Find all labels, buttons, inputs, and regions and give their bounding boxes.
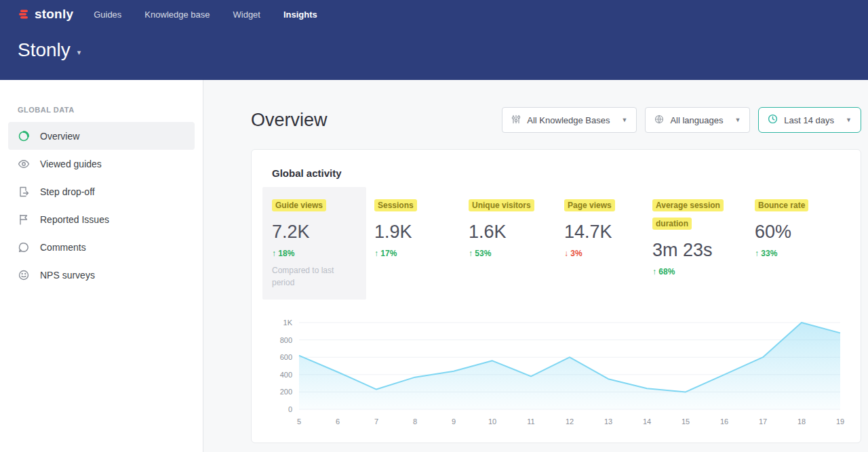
top-nav-items: Guides Knowledge base Widget Insights bbox=[94, 9, 317, 20]
step-drop-off-icon bbox=[18, 186, 30, 198]
metrics-row: Guide views 7.2K ↑ 18% Compared to last … bbox=[272, 195, 840, 300]
metric-change: ↑ 68% bbox=[652, 267, 755, 276]
metric-change: ↑ 53% bbox=[469, 249, 564, 258]
date-range-filter[interactable]: Last 14 days ▼ bbox=[758, 107, 861, 133]
chart-x-axis: 5678910111213141516171819 bbox=[299, 409, 840, 427]
metric-label: Guide views bbox=[272, 199, 326, 211]
top-navigation: stonly Guides Knowledge base Widget Insi… bbox=[0, 0, 868, 28]
y-tick-label: 400 bbox=[280, 371, 292, 379]
knowledge-base-filter-label: All Knowledge Bases bbox=[527, 115, 610, 125]
metric-change: ↑ 17% bbox=[374, 249, 469, 258]
nav-item-widget[interactable]: Widget bbox=[233, 9, 260, 20]
metric-value: 1.9K bbox=[374, 222, 469, 243]
sidebar: GLOBAL DATA Overview Viewed guides bbox=[0, 80, 203, 452]
page-title: Overview bbox=[251, 110, 328, 131]
x-tick-label: 13 bbox=[604, 417, 612, 426]
y-tick-label: 600 bbox=[280, 353, 292, 361]
metric-value: 14.7K bbox=[564, 222, 652, 243]
y-tick-label: 800 bbox=[280, 336, 292, 344]
y-tick-label: 1K bbox=[283, 319, 292, 327]
stonly-logo[interactable]: stonly bbox=[18, 7, 73, 22]
metric-label: Bounce rate bbox=[755, 199, 808, 211]
stonly-logo-icon bbox=[18, 8, 30, 20]
nav-item-knowledge-base[interactable]: Knowledge base bbox=[144, 9, 210, 20]
app-header: stonly Guides Knowledge base Widget Insi… bbox=[0, 0, 868, 80]
knowledge-base-filter[interactable]: All Knowledge Bases ▼ bbox=[502, 107, 637, 133]
metric-note: Compared to last period bbox=[272, 265, 343, 289]
clock-icon bbox=[768, 114, 778, 126]
y-tick-label: 200 bbox=[280, 388, 292, 396]
metric-label: Unique visitors bbox=[469, 199, 534, 211]
x-tick-label: 8 bbox=[413, 417, 417, 426]
x-tick-label: 6 bbox=[336, 417, 340, 426]
x-tick-label: 7 bbox=[374, 417, 378, 426]
workspace-header: Stonly ▾ bbox=[0, 28, 868, 61]
metric-value: 7.2K bbox=[272, 222, 357, 243]
date-range-filter-label: Last 14 days bbox=[784, 115, 834, 125]
metric-change: ↓ 3% bbox=[564, 249, 652, 258]
metric-sessions[interactable]: Sessions 1.9K ↑ 17% bbox=[374, 195, 469, 258]
x-tick-label: 10 bbox=[488, 417, 496, 426]
nav-item-guides[interactable]: Guides bbox=[94, 9, 121, 20]
chevron-down-icon: ▼ bbox=[846, 117, 852, 123]
sidebar-item-overview[interactable]: Overview bbox=[8, 122, 195, 150]
flag-icon bbox=[18, 213, 30, 226]
global-activity-card: Global activity Guide views 7.2K ↑ 18% C… bbox=[251, 149, 861, 443]
sidebar-item-label: NPS surveys bbox=[40, 270, 95, 281]
x-tick-label: 11 bbox=[527, 417, 534, 426]
overview-icon bbox=[18, 130, 30, 142]
card-title: Global activity bbox=[272, 167, 840, 179]
sidebar-section-label: GLOBAL DATA bbox=[18, 106, 203, 114]
x-tick-label: 5 bbox=[297, 417, 301, 426]
sidebar-item-comments[interactable]: Comments bbox=[8, 233, 195, 261]
chevron-down-icon: ▼ bbox=[734, 117, 741, 123]
metric-label: Average session duration bbox=[652, 199, 724, 230]
knowledge-base-filter-icon bbox=[511, 115, 521, 126]
metric-change: ↑ 33% bbox=[755, 249, 840, 258]
metric-avg-session-duration[interactable]: Average session duration 3m 23s ↑ 68% bbox=[652, 195, 755, 276]
metric-unique-visitors[interactable]: Unique visitors 1.6K ↑ 53% bbox=[469, 195, 564, 258]
sidebar-item-reported-issues[interactable]: Reported Issues bbox=[8, 205, 195, 233]
language-filter[interactable]: All languages ▼ bbox=[645, 107, 750, 133]
sidebar-item-viewed-guides[interactable]: Viewed guides bbox=[8, 150, 195, 178]
metric-change: ↑ 18% bbox=[272, 249, 357, 258]
main-content: Overview All Knowledge Bases ▼ bbox=[203, 80, 868, 452]
metric-value: 1.6K bbox=[469, 222, 564, 243]
metric-label: Sessions bbox=[374, 199, 417, 211]
metric-label: Page views bbox=[564, 199, 615, 211]
metric-guide-views[interactable]: Guide views 7.2K ↑ 18% Compared to last … bbox=[262, 187, 366, 300]
chevron-down-icon: ▼ bbox=[621, 117, 627, 123]
x-tick-label: 14 bbox=[643, 417, 651, 426]
sidebar-item-step-drop-off[interactable]: Step drop-off bbox=[8, 178, 195, 205]
chart-y-axis: 02004006008001K bbox=[272, 323, 299, 409]
sidebar-item-label: Step drop-off bbox=[40, 186, 95, 197]
logo-text: stonly bbox=[35, 7, 73, 22]
metric-value: 60% bbox=[755, 222, 840, 243]
x-tick-label: 12 bbox=[566, 417, 574, 426]
sidebar-item-label: Reported Issues bbox=[40, 214, 109, 225]
metric-bounce-rate[interactable]: Bounce rate 60% ↑ 33% bbox=[755, 195, 840, 258]
sidebar-item-label: Overview bbox=[40, 131, 79, 142]
nav-item-insights[interactable]: Insights bbox=[283, 9, 317, 20]
activity-chart: 02004006008001K 567891011121314151617181… bbox=[272, 323, 840, 427]
x-tick-label: 9 bbox=[452, 417, 456, 426]
eye-icon bbox=[18, 158, 30, 170]
sidebar-item-nps-surveys[interactable]: NPS surveys bbox=[8, 261, 195, 289]
x-tick-label: 17 bbox=[759, 417, 767, 426]
workspace-title: Stonly bbox=[18, 39, 71, 61]
globe-icon bbox=[654, 115, 664, 126]
x-tick-label: 16 bbox=[720, 417, 728, 426]
metric-page-views[interactable]: Page views 14.7K ↓ 3% bbox=[564, 195, 652, 258]
sidebar-item-label: Comments bbox=[40, 242, 86, 253]
chart-plot bbox=[299, 323, 840, 409]
smiley-icon bbox=[18, 269, 30, 281]
metric-value: 3m 23s bbox=[652, 240, 755, 261]
language-filter-label: All languages bbox=[670, 115, 723, 125]
x-tick-label: 18 bbox=[797, 417, 806, 426]
x-tick-label: 15 bbox=[682, 417, 690, 426]
sidebar-item-label: Viewed guides bbox=[40, 159, 102, 169]
y-tick-label: 0 bbox=[288, 405, 292, 413]
comment-bubble-icon bbox=[18, 241, 30, 253]
workspace-dropdown-caret-icon[interactable]: ▾ bbox=[77, 44, 81, 57]
filter-bar: All Knowledge Bases ▼ All languages ▼ bbox=[502, 107, 861, 133]
